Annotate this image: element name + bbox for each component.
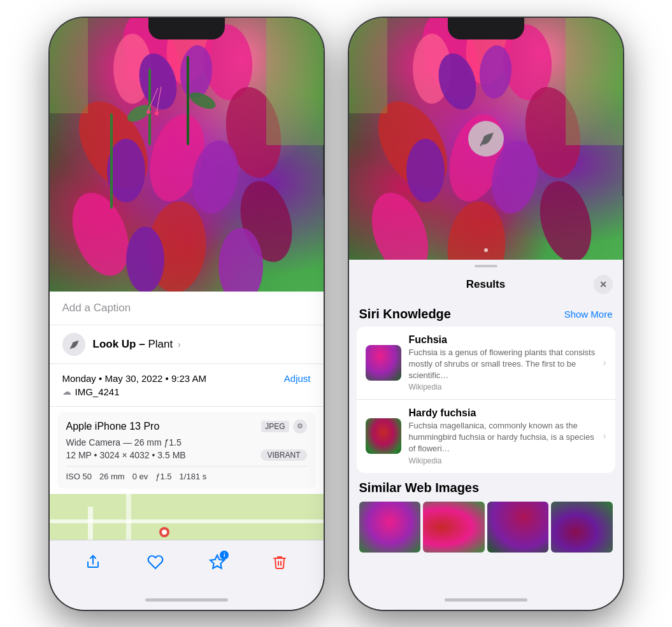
panel-title: Results [378, 278, 594, 291]
knowledge-item-hardy[interactable]: Hardy fuchsia Fuchsia magellanica, commo… [357, 400, 615, 473]
lookup-row[interactable]: Look Up – Plant › [50, 325, 324, 364]
similar-thumb-4[interactable] [551, 502, 613, 553]
siri-knowledge-title: Siri Knowledge [359, 307, 451, 321]
similar-thumb-1[interactable] [359, 502, 421, 553]
svg-rect-29 [126, 494, 131, 540]
panel-header: Results ✕ [349, 267, 623, 299]
results-panel: Results ✕ Siri Knowledge Show More Fuchs… [349, 260, 623, 591]
svg-point-48 [443, 199, 508, 260]
right-phone: Results ✕ Siri Knowledge Show More Fuchs… [349, 18, 623, 610]
hardy-text: Hardy fuchsia Fuchsia magellanica, commo… [409, 407, 596, 465]
exif-iso: ISO 50 [66, 472, 92, 481]
notch [148, 18, 225, 39]
hardy-thumbnail [366, 418, 401, 454]
camera-lens: Wide Camera — 26 mm ƒ1.5 [66, 437, 307, 447]
fuchsia-name: Fuchsia [409, 334, 596, 346]
similar-web-title: Similar Web Images [359, 481, 613, 495]
similar-thumb-3[interactable] [487, 502, 549, 553]
right-home-bar [445, 598, 527, 602]
format-badges: JPEG ⚙ [261, 419, 306, 433]
format-badge: JPEG [261, 421, 289, 432]
hardy-source: Wikipedia [409, 456, 596, 465]
camera-model: Apple iPhone 13 Pro [66, 421, 160, 432]
chevron-icon: › [175, 339, 181, 349]
svg-point-33 [162, 530, 167, 535]
info-button[interactable]: i [203, 548, 231, 576]
similar-grid [359, 502, 613, 553]
caption-area[interactable]: Add a Caption [50, 292, 324, 325]
similar-thumb-2[interactable] [423, 502, 485, 553]
left-phone: Add a Caption Look Up – Plant › Monday •… [50, 18, 324, 610]
hardy-name: Hardy fuchsia [409, 407, 596, 419]
home-indicator [50, 591, 324, 610]
fuchsia-source: Wikipedia [409, 383, 596, 391]
map-area[interactable] [50, 494, 324, 540]
svg-rect-30 [50, 519, 324, 523]
flower-photo [50, 18, 324, 292]
fuchsia-desc: Fuchsia is a genus of flowering plants t… [409, 347, 596, 382]
meta-section: Monday • May 30, 2022 • 9:23 AM Adjust ☁… [50, 364, 324, 407]
bottom-toolbar: i [50, 540, 324, 591]
meta-filename: IMG_4241 [75, 386, 120, 397]
favorite-button[interactable] [141, 548, 169, 576]
siri-knowledge-header: Siri Knowledge Show More [349, 299, 623, 327]
delete-button[interactable] [266, 548, 294, 576]
tone-badge: VIBRANT [261, 449, 306, 461]
right-home-indicator [349, 591, 623, 610]
exif-row: ISO 50 26 mm 0 ev ƒ1.5 1/181 s [66, 466, 307, 481]
exif-focal: 26 mm [99, 472, 125, 481]
svg-rect-50 [566, 18, 623, 145]
svg-point-24 [155, 111, 159, 115]
lookup-label: Look Up – Plant › [93, 338, 181, 351]
right-screen: Results ✕ Siri Knowledge Show More Fuchs… [349, 18, 623, 610]
camera-resolution: 12 MP • 3024 × 4032 • 3.5 MB [66, 450, 186, 460]
dot-indicator [484, 248, 488, 252]
svg-point-23 [147, 110, 150, 114]
meta-date: Monday • May 30, 2022 • 9:23 AM [62, 373, 206, 384]
fuchsia-thumbnail [366, 345, 401, 381]
svg-rect-17 [187, 56, 189, 145]
visual-lookup-button[interactable] [468, 121, 504, 157]
svg-rect-26 [50, 18, 88, 113]
map-background [50, 494, 324, 540]
cloud-icon: ☁ [62, 386, 71, 397]
content-area: Add a Caption Look Up – Plant › Monday •… [50, 292, 324, 540]
svg-point-49 [531, 175, 599, 260]
knowledge-item-fuchsia[interactable]: Fuchsia Fuchsia is a genus of flowering … [357, 327, 615, 400]
hardy-chevron: › [603, 430, 606, 442]
photo-area[interactable] [50, 18, 324, 292]
fuchsia-chevron: › [603, 357, 606, 369]
hardy-desc: Fuchsia magellanica, commonly known as t… [409, 420, 596, 455]
exif-aperture: ƒ1.5 [155, 472, 171, 481]
exif-shutter: 1/181 s [180, 472, 207, 481]
show-more-button[interactable]: Show More [564, 309, 613, 320]
similar-web-section: Similar Web Images [349, 478, 623, 558]
caption-placeholder[interactable]: Add a Caption [62, 302, 131, 314]
info-badge: i [220, 551, 229, 560]
share-button[interactable] [79, 548, 107, 576]
home-bar [145, 598, 228, 602]
right-notch [448, 18, 524, 39]
close-button[interactable]: ✕ [594, 275, 613, 294]
right-photo-area[interactable] [349, 18, 623, 260]
left-screen: Add a Caption Look Up – Plant › Monday •… [50, 18, 324, 610]
fuchsia-text: Fuchsia Fuchsia is a genus of flowering … [409, 334, 596, 392]
svg-point-45 [406, 139, 445, 202]
svg-rect-18 [110, 113, 113, 209]
leaf-icon [62, 333, 85, 356]
svg-rect-25 [266, 18, 324, 145]
settings-icon: ⚙ [293, 419, 307, 433]
svg-point-14 [126, 227, 164, 292]
svg-rect-51 [349, 18, 387, 113]
knowledge-card: Fuchsia Fuchsia is a genus of flowering … [357, 327, 615, 473]
adjust-button[interactable]: Adjust [284, 373, 311, 384]
camera-section: Apple iPhone 13 Pro JPEG ⚙ Wide Camera —… [57, 412, 316, 489]
exif-ev: 0 ev [132, 472, 148, 481]
